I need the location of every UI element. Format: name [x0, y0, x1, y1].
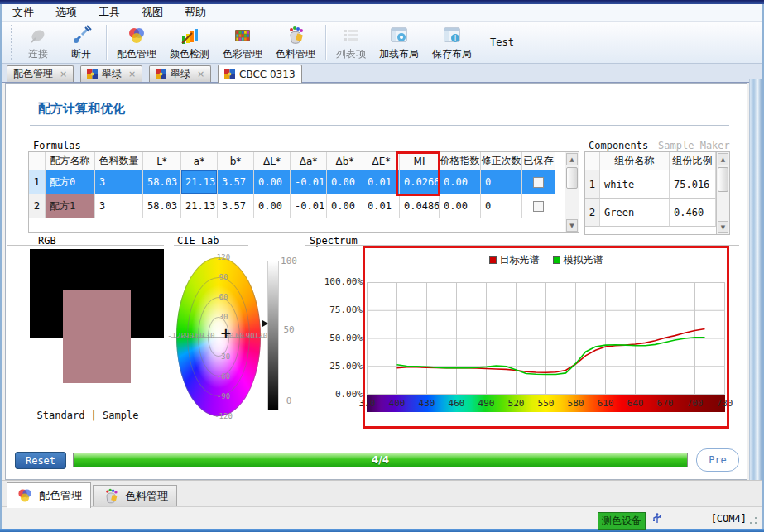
table-row[interactable]: 2Green0.460: [585, 199, 716, 227]
scroll-down-icon[interactable]: ▼: [718, 221, 728, 233]
value-cell[interactable]: -0.01: [291, 170, 327, 194]
toolbar-button-save-layout[interactable]: i保存布局: [425, 22, 478, 63]
value-cell[interactable]: 58.03: [143, 170, 181, 194]
component-name-cell[interactable]: Green: [600, 199, 670, 227]
menu-item-3[interactable]: 视图: [142, 5, 163, 20]
x-axis-tick-label: 700: [687, 398, 704, 409]
value-cell[interactable]: 3: [95, 170, 143, 194]
bottom-tab-bar: 配色管理色料管理: [2, 480, 762, 506]
menu-item-4[interactable]: 帮助: [185, 5, 206, 20]
scroll-thumb[interactable]: [566, 167, 578, 189]
toolbar-button-color-detect[interactable]: 颜色检测: [163, 22, 216, 63]
x-axis-tick-label: 370: [359, 398, 376, 409]
component-ratio-cell[interactable]: 0.460: [670, 199, 716, 227]
value-cell[interactable]: 0.00: [440, 170, 481, 194]
document-tab-3[interactable]: CBCC 0313: [218, 65, 302, 83]
column-header-5[interactable]: ΔL*: [254, 152, 291, 170]
column-header-4[interactable]: b*: [218, 152, 254, 170]
tab-close-icon[interactable]: ×: [60, 69, 67, 79]
value-cell[interactable]: 0.00: [254, 170, 291, 194]
corner-cell: [585, 152, 600, 170]
saved-checkbox[interactable]: [533, 177, 544, 188]
value-cell[interactable]: 3.57: [218, 194, 254, 218]
component-name-cell[interactable]: white: [600, 170, 670, 199]
formulas-scrollbar[interactable]: ▲▼: [565, 152, 579, 232]
column-header-7[interactable]: Δb*: [327, 152, 363, 170]
value-cell[interactable]: 0.00: [440, 194, 481, 218]
toolbar-grip[interactable]: [11, 25, 15, 60]
table-row[interactable]: 1white75.016: [585, 170, 716, 199]
component-ratio-cell[interactable]: 75.016: [670, 170, 716, 199]
components-scrollbar[interactable]: ▲▼: [716, 152, 729, 234]
column-header-10[interactable]: 价格指数: [440, 152, 481, 170]
toolbar-label: 颜色检测: [170, 47, 209, 61]
toolbar-button-color-manage[interactable]: 色彩管理: [216, 22, 269, 63]
bottom-tab-label: 配色管理: [39, 488, 82, 503]
scroll-up-icon[interactable]: ▲: [566, 153, 578, 165]
value-cell[interactable]: 58.03: [143, 194, 181, 218]
toolbar-button-color-matching[interactable]: 配色管理: [110, 22, 163, 63]
formula-name-cell[interactable]: 配方1: [46, 194, 95, 218]
lightness-gradient-bar[interactable]: [267, 261, 279, 410]
column-header-6[interactable]: Δa*: [291, 152, 327, 170]
value-cell[interactable]: 0.0486: [400, 194, 440, 218]
tab-sample-maker[interactable]: Sample Maker: [658, 140, 730, 151]
value-cell[interactable]: 21.13: [181, 194, 218, 218]
tab-close-icon[interactable]: ×: [197, 69, 204, 79]
value-cell[interactable]: 3.57: [218, 170, 254, 194]
toolbar-label: 加载布局: [379, 47, 419, 61]
tab-close-icon[interactable]: ×: [128, 69, 136, 79]
column-header-0[interactable]: 组份名称: [600, 152, 670, 170]
document-tab-0[interactable]: 配色管理×: [7, 65, 74, 82]
tab-components[interactable]: Components: [589, 140, 648, 151]
toolbar-button-load-layout[interactable]: 加载布局: [372, 22, 425, 63]
column-header-11[interactable]: 修正次数: [481, 152, 522, 170]
table-row[interactable]: 2配方1358.0321.133.570.00-0.010.000.010.04…: [29, 194, 555, 218]
scroll-thumb[interactable]: [718, 167, 728, 192]
x-axis-tick-label: 460: [449, 398, 465, 409]
toolbar-button-colorant-manage[interactable]: 色料管理: [269, 22, 322, 63]
column-header-1[interactable]: 组份比例: [670, 152, 716, 170]
menu-item-0[interactable]: 文件: [12, 5, 34, 20]
save-layout-icon: i: [441, 24, 463, 46]
menu-item-1[interactable]: 选项: [55, 5, 77, 20]
lightness-marker[interactable]: [262, 320, 268, 327]
toolbar-button-disconnect[interactable]: 断开: [60, 22, 103, 63]
value-cell[interactable]: 3: [95, 194, 143, 218]
column-header-9[interactable]: MI: [400, 152, 440, 170]
saved-checkbox[interactable]: [533, 201, 544, 212]
column-header-1[interactable]: 色料数量: [95, 152, 143, 170]
bottom-tab-0[interactable]: 配色管理: [7, 482, 91, 508]
value-cell[interactable]: 0.00: [327, 170, 363, 194]
value-cell[interactable]: 0.00: [327, 194, 363, 218]
value-cell[interactable]: 0.01: [363, 170, 400, 194]
value-cell[interactable]: 0.00: [254, 194, 291, 218]
value-cell[interactable]: 21.13: [181, 170, 218, 194]
reset-button[interactable]: Reset: [15, 452, 66, 469]
value-cell[interactable]: 0: [481, 170, 522, 194]
value-cell[interactable]: 0.0266: [400, 170, 440, 194]
column-header-12[interactable]: 已保存: [522, 152, 555, 170]
value-cell[interactable]: 0: [481, 194, 522, 218]
menu-item-2[interactable]: 工具: [99, 5, 120, 20]
legend-item: 目标光谱: [489, 253, 540, 267]
column-header-0[interactable]: 配方名称: [46, 152, 95, 170]
document-tab-1[interactable]: 翠绿×: [80, 65, 142, 82]
resize-grip[interactable]: [748, 515, 758, 525]
formula-name-cell[interactable]: 配方0: [46, 170, 95, 194]
cielab-b-axis-tick: 60: [219, 293, 228, 301]
table-row[interactable]: 1配方0358.0321.133.570.00-0.010.000.010.02…: [29, 170, 555, 194]
document-tab-2[interactable]: 翠绿×: [149, 65, 211, 82]
pre-button[interactable]: Pre: [696, 448, 739, 472]
cielab-diagram[interactable]: 120906030-30-60-90-120-120-90-60-3030609…: [170, 248, 306, 426]
value-cell[interactable]: -0.01: [291, 194, 327, 218]
value-cell[interactable]: 0.01: [363, 194, 400, 218]
column-header-3[interactable]: a*: [181, 152, 218, 170]
bottom-tab-1[interactable]: 色料管理: [93, 485, 177, 507]
window-border-bottom: [0, 529, 764, 532]
column-header-8[interactable]: ΔE*: [363, 152, 400, 170]
cielab-b-axis-tick: 90: [219, 273, 228, 281]
scroll-up-icon[interactable]: ▲: [718, 153, 728, 165]
scroll-down-icon[interactable]: ▼: [566, 219, 578, 232]
column-header-2[interactable]: L*: [143, 152, 181, 170]
